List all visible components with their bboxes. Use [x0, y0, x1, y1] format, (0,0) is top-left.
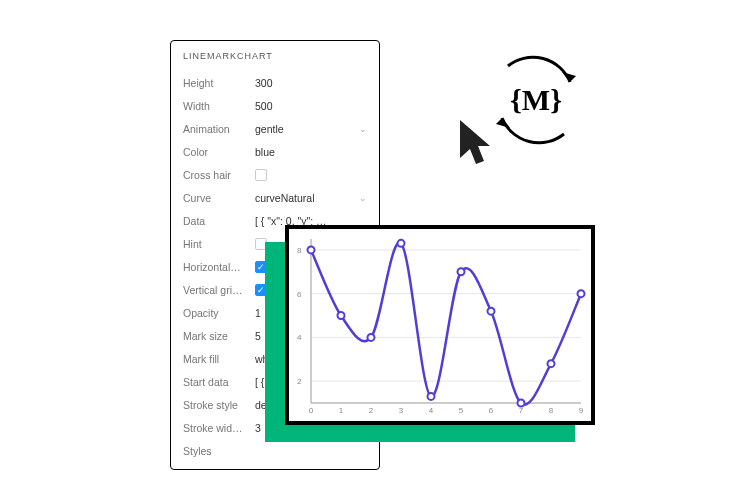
svg-point-7 [398, 240, 405, 247]
property-label: Width [183, 100, 255, 112]
svg-marker-14 [562, 72, 576, 82]
property-row: X axis title [183, 462, 367, 470]
chevron-down-icon: ⌄ [359, 124, 367, 134]
property-row: Animationgentle⌄ [183, 117, 367, 140]
property-row: Styles [183, 439, 367, 462]
property-label: Styles [183, 445, 255, 457]
property-label: Curve [183, 192, 255, 204]
checkbox[interactable] [255, 169, 267, 181]
property-row: Cross hair [183, 163, 367, 186]
property-label: Vertical gri… [183, 284, 255, 296]
x-tick: 4 [429, 406, 433, 415]
property-row: Width500 [183, 94, 367, 117]
property-value[interactable]: curveNatural [255, 192, 359, 204]
svg-point-8 [428, 393, 435, 400]
x-tick: 8 [549, 406, 553, 415]
sync-braces-icon: {M} [486, 50, 586, 150]
property-label: Stroke style [183, 399, 255, 411]
property-label: Opacity [183, 307, 255, 319]
x-tick: 9 [579, 406, 583, 415]
property-row: Height300 [183, 71, 367, 94]
property-label: Animation [183, 123, 255, 135]
property-label: Stroke wid… [183, 422, 255, 434]
property-label: Hint [183, 238, 255, 250]
svg-point-4 [308, 246, 315, 253]
chevron-down-icon: ⌄ [359, 193, 367, 203]
cursor-icon [456, 118, 494, 168]
svg-point-5 [338, 312, 345, 319]
property-value[interactable]: 500 [255, 100, 367, 112]
x-tick: 6 [489, 406, 493, 415]
property-label: X axis title [183, 468, 255, 471]
x-tick: 2 [369, 406, 373, 415]
property-label: Color [183, 146, 255, 158]
svg-marker-15 [496, 118, 510, 128]
x-tick: 3 [399, 406, 403, 415]
property-label: Data [183, 215, 255, 227]
y-tick: 6 [297, 289, 301, 298]
property-value[interactable]: blue [255, 146, 367, 158]
svg-point-9 [458, 268, 465, 275]
x-tick: 0 [309, 406, 313, 415]
property-label: Mark fill [183, 353, 255, 365]
property-value[interactable]: 300 [255, 77, 367, 89]
x-tick: 1 [339, 406, 343, 415]
svg-text:{M}: {M} [510, 83, 562, 116]
svg-point-13 [578, 290, 585, 297]
property-row: Colorblue [183, 140, 367, 163]
property-label: Cross hair [183, 169, 255, 181]
svg-point-12 [548, 360, 555, 367]
property-label: Horizontal… [183, 261, 255, 273]
property-value[interactable]: gentle [255, 123, 359, 135]
property-row: CurvecurveNatural⌄ [183, 186, 367, 209]
property-label: Mark size [183, 330, 255, 342]
svg-point-10 [488, 308, 495, 315]
property-label: Start data [183, 376, 255, 388]
y-tick: 4 [297, 333, 301, 342]
panel-title: LINEMARKCHART [183, 51, 367, 61]
property-label: Height [183, 77, 255, 89]
x-tick: 7 [519, 406, 523, 415]
y-tick: 2 [297, 377, 301, 386]
y-tick: 8 [297, 245, 301, 254]
chart-preview: 24680123456789 [285, 225, 595, 425]
svg-marker-17 [460, 120, 490, 164]
svg-point-6 [368, 334, 375, 341]
x-tick: 5 [459, 406, 463, 415]
